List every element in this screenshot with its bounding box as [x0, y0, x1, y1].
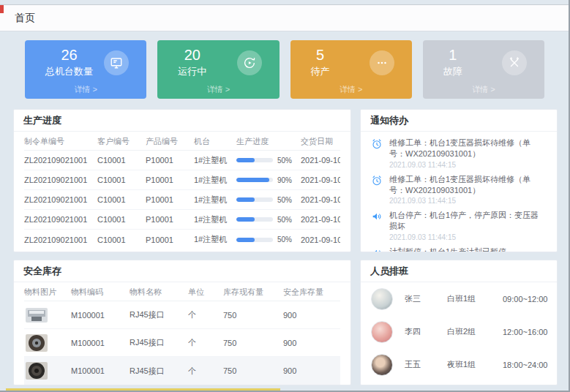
- notice-text: 维修工单：机台1变压器损坏待维修（单号：WX202109031001）: [389, 174, 547, 196]
- material-code: M100001: [71, 311, 130, 320]
- production-row: ZL202109021001 C10001 P10001 1#注塑机 50% 2…: [24, 190, 340, 210]
- standby-ellipsis-icon: [370, 50, 394, 75]
- stat-cards-row: 26 总机台数量 详情 > 20 运行中: [13, 40, 556, 99]
- production-row: ZL202109021001 C10001 P10001 1#注塑机 90% 2…: [24, 170, 340, 190]
- col-material-image: 物料图片: [24, 287, 71, 298]
- window-bottom-accent: [6, 388, 280, 391]
- production-table-header: 制令单编号 客户编号 产品编号 机台 生产进度 交货日期: [24, 133, 340, 151]
- progress-bar: [236, 238, 273, 242]
- card-main: 1 故障: [423, 47, 544, 78]
- notice-item-repair-1[interactable]: 维修工单：机台1变压器损坏待维修（单号：WX202109031001） 2021…: [371, 137, 547, 169]
- card-info: 26 总机台数量: [45, 47, 93, 78]
- machine-name: 1#注塑机: [194, 195, 236, 206]
- notice-body: 计划暂停：机台1生产计划已暂停 2021.09.03 11:44:15: [389, 246, 506, 252]
- col-safety-qty: 安全库存量: [283, 287, 340, 298]
- fault-label: 故障: [443, 65, 462, 78]
- delivery-date: 2021-09-10: [301, 215, 340, 224]
- material-name: RJ45接口: [130, 337, 188, 348]
- material-name: RJ45接口: [130, 366, 188, 377]
- product-no: P10001: [146, 156, 194, 165]
- tab-home[interactable]: 首页: [15, 12, 35, 25]
- delivery-date: 2021-09-10: [301, 156, 340, 165]
- progress-bar-fill: [236, 178, 269, 182]
- notices-panel: 通知待办 维修工单：机台1变压器损坏待维修（单号：WX202109031001）…: [360, 109, 558, 252]
- roster-row: 张三 白班1组 09:00~12:00: [371, 282, 547, 315]
- progress-bar-fill: [236, 217, 255, 222]
- clock-icon: [371, 174, 383, 206]
- stat-card-fault[interactable]: 1 故障 详情 >: [423, 40, 544, 99]
- col-machine: 机台: [194, 136, 236, 147]
- notice-time: 2021.09.03 11:44:15: [389, 161, 547, 169]
- product-no: P10001: [146, 176, 194, 184]
- customer-no: C10001: [97, 156, 146, 165]
- stat-card-total-machines[interactable]: 26 总机台数量 详情 >: [25, 40, 146, 99]
- clock-icon: [371, 137, 383, 169]
- staff-name: 张三: [405, 293, 447, 304]
- on-hand-qty: 750: [223, 339, 283, 347]
- notice-text: 机台停产：机台1停产，停产原因：变压器损坏: [389, 210, 547, 232]
- inventory-table-header: 物料图片 物料编码 物料名称 单位 库存现有量 安全库存量: [24, 284, 340, 301]
- production-row: ZL202109021001 C10001 P10001 1#注塑机 50% 2…: [24, 151, 340, 170]
- machine-name: 1#注塑机: [194, 234, 236, 245]
- card-info: 1 故障: [443, 47, 462, 78]
- inventory-row: M100001 RJ45接口 个 750 900: [24, 357, 340, 385]
- staff-roster-panel: 人员排班 张三 白班1组 09:00~12:00 李四 白班2组 12:00~1…: [360, 260, 558, 385]
- delivery-date: 2021-09-10: [301, 235, 340, 244]
- wangwu-avatar: [371, 354, 393, 376]
- roster-panel-title: 人员排班: [361, 260, 557, 282]
- notice-item-plan-pause[interactable]: 计划暂停：机台1生产计划已暂停 2021.09.03 11:44:15: [371, 246, 547, 252]
- total-machines-detail-link[interactable]: 详情 >: [25, 84, 146, 95]
- progress-bar: [236, 217, 273, 222]
- progress-cell: 50%: [236, 216, 301, 224]
- standby-detail-link[interactable]: 详情 >: [290, 84, 412, 95]
- order-no: ZL202109021001: [24, 156, 97, 165]
- customer-no: C10001: [97, 235, 146, 244]
- progress-bar-fill: [236, 158, 255, 162]
- col-material-name: 物料名称: [130, 287, 188, 298]
- stat-card-standby[interactable]: 5 待产 详情 >: [290, 40, 412, 99]
- notice-item-machine-stop[interactable]: 机台停产：机台1停产，停产原因：变压器损坏 2021.09.03 11:44:1…: [371, 210, 547, 241]
- inventory-panel-title: 安全库存: [14, 260, 350, 282]
- progress-bar: [236, 158, 273, 162]
- delivery-date: 2021-09-10: [301, 176, 340, 184]
- unit: 个: [188, 309, 223, 320]
- col-delivery-date: 交货日期: [301, 136, 340, 147]
- product-no: P10001: [146, 235, 194, 244]
- speaker-part-photo: [24, 361, 49, 380]
- notice-body: 维修工单：机台1变压器损坏待维修（单号：WX202109031001） 2021…: [389, 174, 547, 206]
- progress-label: 50%: [277, 157, 292, 165]
- progress-label: 50%: [277, 216, 292, 224]
- running-label: 运行中: [178, 65, 206, 78]
- production-row: ZL202109021001 C10001 P10001 1#注塑机 50% 2…: [24, 230, 340, 249]
- product-no: P10001: [146, 195, 194, 204]
- notice-item-repair-2[interactable]: 维修工单：机台1变压器损坏待维修（单号：WX202109031001） 2021…: [371, 174, 547, 206]
- running-detail-link[interactable]: 详情 >: [157, 84, 279, 95]
- inventory-table: 物料图片 物料编码 物料名称 单位 库存现有量 安全库存量: [14, 282, 350, 385]
- order-no: ZL202109021001: [24, 176, 97, 184]
- running-value: 20: [178, 47, 206, 63]
- progress-label: 50%: [277, 196, 292, 204]
- col-order-no: 制令单编号: [24, 136, 97, 147]
- progress-label: 90%: [277, 176, 292, 184]
- unit: 个: [188, 366, 223, 377]
- col-product-no: 产品编号: [146, 136, 194, 147]
- progress-cell: 50%: [236, 235, 301, 244]
- col-material-code: 物料编码: [71, 287, 130, 298]
- material-name: RJ45接口: [130, 309, 188, 320]
- fault-value: 1: [443, 47, 462, 63]
- fault-detail-link[interactable]: 详情 >: [423, 84, 544, 95]
- staff-time: 09:00~12:00: [503, 295, 547, 304]
- stat-card-running[interactable]: 20 运行中 详情 >: [157, 40, 279, 99]
- roster-row: 王五 夜班1组 18:00~24:00: [371, 348, 547, 381]
- safety-qty: 900: [283, 311, 340, 320]
- notice-text: 计划暂停：机台1生产计划已暂停: [389, 246, 506, 252]
- progress-bar: [236, 178, 273, 182]
- staff-name: 王五: [405, 359, 447, 370]
- customer-no: C10001: [97, 176, 146, 184]
- progress-label: 50%: [277, 235, 292, 244]
- safety-qty: 900: [283, 366, 340, 375]
- col-unit: 单位: [188, 287, 223, 298]
- customer-no: C10001: [97, 215, 146, 224]
- notices-list: 维修工单：机台1变压器损坏待维修（单号：WX202109031001） 2021…: [361, 132, 557, 252]
- staff-time: 18:00~24:00: [503, 361, 547, 369]
